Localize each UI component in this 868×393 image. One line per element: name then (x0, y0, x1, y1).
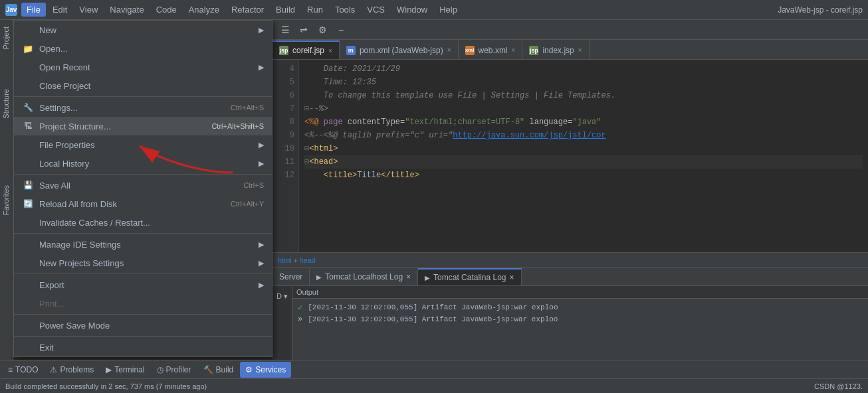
menu-navigate[interactable]: Navigate (104, 3, 149, 17)
tool-todo[interactable]: ≡ TODO (3, 362, 43, 378)
power-icon (22, 319, 34, 331)
problems-icon: ⚠ (50, 365, 57, 374)
code-editor[interactable]: 4 5 6 7 8 9 10 11 12 Date: 2021/11/29 (272, 60, 868, 252)
menu-code[interactable]: Code (151, 3, 182, 17)
tab-coreif[interactable]: jsp coreif.jsp × (272, 40, 340, 59)
tab-close-webxml[interactable]: × (512, 46, 516, 54)
editor-toolbar: ☰ ⇌ ⚙ − (272, 20, 868, 40)
menu-item-manage-ide[interactable]: Manage IDE Settings ▶ (14, 235, 272, 254)
menu-item-project-structure[interactable]: 🏗 Project Structure... Ctrl+Alt+Shift+S (14, 117, 272, 135)
menu-item-reload[interactable]: 🔄 Reload All from Disk Ctrl+Alt+Y (14, 195, 272, 213)
recent-icon (22, 61, 34, 73)
tab-close-tomcat-catalina[interactable]: × (510, 273, 514, 282)
divider-1 (14, 96, 272, 97)
tab-close-pom[interactable]: × (447, 46, 451, 54)
bottom-tool-bar: ≡ TODO ⚠ Problems ▶ Terminal ◷ Profiler … (0, 360, 868, 378)
menu-item-close-project[interactable]: Close Project (14, 76, 272, 95)
save-icon: 💾 (22, 179, 34, 191)
tab-close-index[interactable]: × (578, 46, 582, 54)
minimize-btn[interactable]: − (334, 23, 348, 37)
menu-edit[interactable]: Edit (47, 3, 72, 17)
tool-build[interactable]: 🔨 Build (198, 362, 239, 378)
log-content: ✓ [2021-11-30 12:02:00,055] Artifact Jav… (292, 299, 868, 360)
editor-area: ☰ ⇌ ⚙ − jsp coreif.jsp × m pom.xml (Java… (272, 20, 868, 360)
divider-6 (14, 336, 272, 337)
tool-terminal[interactable]: ▶ Terminal (100, 362, 150, 378)
menu-item-invalidate[interactable]: Invalidate Caches / Restart... (14, 213, 272, 232)
breadcrumb-html[interactable]: html (278, 256, 292, 264)
tab-pom[interactable]: m pom.xml (JavaWeb-jsp) × (340, 40, 459, 59)
todo-icon: ≡ (8, 365, 13, 374)
file-props-icon (22, 139, 34, 151)
status-bar: Build completed successfully in 2 sec, 7… (0, 378, 868, 393)
log-line-1: ✓ [2021-11-30 12:02:00,055] Artifact Jav… (298, 301, 863, 313)
divider-5 (14, 314, 272, 315)
breadcrumb-head[interactable]: head (299, 256, 315, 264)
tool-services[interactable]: ⚙ Services (240, 362, 291, 378)
tab-icon-coreif: jsp (279, 46, 288, 55)
filter-btn[interactable]: D ▾ (275, 289, 290, 303)
close-project-icon (22, 80, 34, 92)
divider-4 (14, 274, 272, 274)
sidebar-tab-favorites[interactable]: Favorites (0, 179, 13, 222)
print-icon (22, 297, 34, 309)
menu-refactor[interactable]: Refactor (226, 3, 269, 17)
tool-profiler[interactable]: ◷ Profiler (152, 362, 197, 378)
log-line-2: » [2021-11-30 12:02:00,055] Artifact Jav… (298, 313, 863, 325)
tool-problems[interactable]: ⚠ Problems (45, 362, 99, 378)
new-projects-icon (22, 257, 34, 269)
arrow-icon: » (298, 315, 302, 324)
menu-build[interactable]: Build (271, 3, 300, 17)
tab-server[interactable]: Server (272, 268, 310, 285)
code-line-4: Date: 2021/11/29 (304, 62, 863, 76)
menu-item-new[interactable]: New ▶ (14, 21, 272, 39)
tab-tomcat-catalina[interactable]: ▶ Tomcat Catalina Log × (418, 268, 521, 285)
profiler-icon: ◷ (157, 365, 163, 374)
file-menu-dropdown: New ▶ 📁 Open... Open Recent ▶ Close Proj… (13, 20, 272, 357)
sidebar-tab-project[interactable]: Project (0, 20, 13, 56)
export-icon (22, 279, 34, 291)
reload-icon: 🔄 (22, 198, 34, 210)
tomcat-catalina-icon: ▶ (425, 274, 430, 281)
breadcrumb-btn[interactable]: ⇌ (296, 23, 311, 37)
menu-window[interactable]: Window (391, 3, 433, 17)
menu-view[interactable]: View (74, 3, 103, 17)
menu-item-open[interactable]: 📁 Open... (14, 39, 272, 58)
vertical-sidebar: Project Structure Favorites (0, 20, 13, 360)
code-line-10: ⊟ <html> (304, 142, 863, 155)
tab-close-tomcat-localhost[interactable]: × (406, 272, 411, 281)
menu-analyze[interactable]: Analyze (183, 3, 225, 17)
status-message: Build completed successfully in 2 sec, 7… (5, 382, 207, 390)
tomcat-localhost-icon: ▶ (316, 274, 322, 281)
code-line-7: ⊟ --%> (304, 102, 863, 116)
success-icon: ✓ (298, 303, 302, 313)
window-title: JavaWeb-jsp - coreif.jsp (778, 5, 863, 15)
menu-item-exit[interactable]: Exit (14, 338, 272, 356)
menu-run[interactable]: Run (302, 3, 328, 17)
structure-btn[interactable]: ☰ (278, 23, 292, 37)
menu-item-open-recent[interactable]: Open Recent ▶ (14, 58, 272, 76)
settings-icon: 🔧 (22, 102, 34, 114)
sidebar-tab-structure[interactable]: Structure (0, 82, 13, 125)
bottom-sidebar: D ▾ (272, 286, 292, 360)
menu-item-export[interactable]: Export ▶ (14, 275, 272, 294)
new-icon (22, 24, 34, 36)
tab-webxml[interactable]: xml web.xml × (459, 40, 523, 59)
code-content[interactable]: Date: 2021/11/29 Time: 12:35 To change t… (299, 60, 868, 252)
menu-file[interactable]: File (21, 3, 46, 17)
menu-vcs[interactable]: VCS (362, 3, 390, 17)
menu-item-settings[interactable]: 🔧 Settings... Ctrl+Alt+S (14, 98, 272, 117)
menu-tools[interactable]: Tools (330, 3, 360, 17)
menu-item-power-save[interactable]: Power Save Mode (14, 316, 272, 335)
code-line-11: ⊟ <head> (304, 155, 863, 169)
bottom-content: D ▾ Output ✓ [2021-11-30 12:02:00,055] A… (272, 286, 868, 360)
menu-help[interactable]: Help (434, 3, 463, 17)
tab-index[interactable]: jsp index.jsp × (522, 40, 589, 59)
tab-icon-webxml: xml (465, 46, 475, 55)
tab-close-coreif[interactable]: × (328, 47, 332, 54)
history-icon (22, 157, 34, 169)
settings-btn[interactable]: ⚙ (315, 23, 330, 37)
tab-tomcat-localhost[interactable]: ▶ Tomcat Localhost Log × (310, 268, 418, 285)
menu-item-new-projects[interactable]: New Projects Settings ▶ (14, 254, 272, 272)
code-line-12: <title>Title</title> (304, 169, 863, 182)
